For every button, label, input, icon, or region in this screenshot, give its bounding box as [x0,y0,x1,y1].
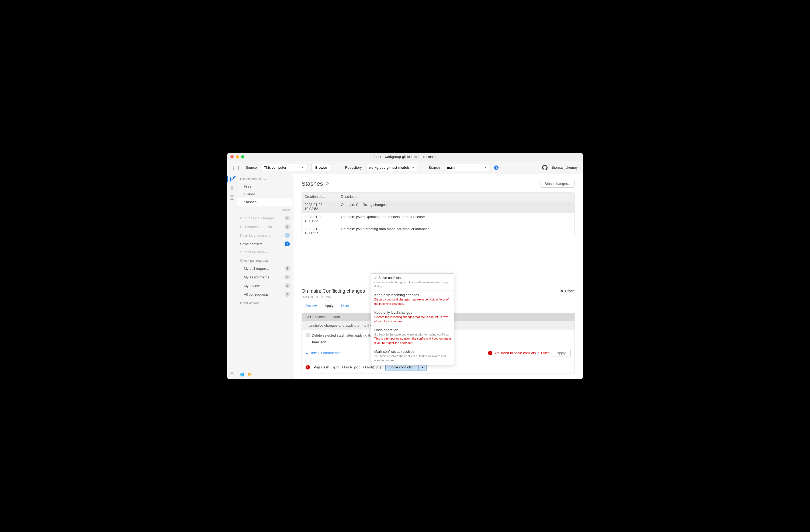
sidebar-item-submit[interactable]: Submit for review [237,248,293,256]
refresh-icon[interactable]: ⟳ [326,181,329,186]
sidebar-item-my-reviews[interactable]: My reviews0 [237,281,293,290]
check-icon: ✓ [374,276,377,280]
username[interactable]: thomas-jakemeyn [552,165,580,170]
braces-icon[interactable]: { } [230,165,241,170]
close-window-icon[interactable] [230,155,233,159]
browse-button[interactable]: Browse [311,164,331,171]
table-row[interactable]: 2023-01-20 12:01:22 On main: [WIP] Updat… [302,213,574,225]
svg-rect-2 [230,196,231,197]
table-header: Creation date Description [302,193,574,200]
sidebar-item-stashes[interactable]: Stashes [237,198,293,206]
info-icon[interactable]: i [494,165,499,170]
chevron-down-icon: ⌄ [306,351,309,355]
menu-item-mark-resolved[interactable]: Mark conflicts as resolved You have reso… [371,348,454,365]
error-icon: ! [306,365,310,370]
titlebar: beer - workgroup-git-test-models : main [227,153,583,161]
sidebar-item-pull[interactable]: Pull remote commits0 [237,222,293,231]
chevron-down-icon: ▼ [484,166,487,169]
sidebar-item-files[interactable]: Files [237,182,293,190]
branch-label: Branch [429,165,440,170]
menu-item-keep-local[interactable]: Keep only local changes Discard the inco… [371,308,454,326]
window-title: beer - workgroup-git-test-models : main [375,155,436,159]
source-label: Source [246,165,257,170]
col-description: Description [338,193,566,200]
github-icon[interactable] [542,165,548,170]
chevron-down-icon: ▼ [301,166,304,169]
menu-item-undo[interactable]: Undo operation Go back to the state you … [371,326,454,348]
error-icon: ! [488,351,492,355]
branch-rail-icon[interactable] [229,177,235,182]
hide-git-toggle[interactable]: ⌄Hide Git commands [306,351,340,355]
svg-point-6 [231,372,233,374]
globe-icon[interactable]: 🌐 [240,372,244,376]
chevron-down-icon: ▼ [412,166,415,169]
conflict-warning: You need to solve conflicts in 1 files [495,351,550,355]
checkbox-icon[interactable]: ✓ [306,333,310,337]
stashes-table: Creation date Description 2023-01-23 10:… [302,192,575,237]
folder-icon[interactable]: 📂 [248,372,252,376]
repository-select[interactable]: workgroup-git-test-models▼ [366,164,417,171]
sidebar-item-push[interactable]: Push local commits [237,231,293,240]
main-content: Stashes⟳ Stash changes... Creation date … [293,174,583,379]
solve-conflicts-menu: ✓Solve conflicts... Choose which changes… [371,273,454,365]
apply-panel: APPLY selected stash iUnshelve changes a… [302,312,575,374]
page-title: Stashes⟳ [302,180,329,187]
svg-rect-1 [232,187,234,190]
tab-drop[interactable]: Drop [337,303,353,309]
menu-item-solve[interactable]: ✓Solve conflicts... Choose which changes… [371,274,454,291]
sidebar: Explore repository Files History Stashes… [237,174,293,379]
sidebar-bottom-icons: 🌐 📂 [237,370,293,379]
sidebar-item-my-assignments[interactable]: My assignments0 [237,273,293,281]
table-row[interactable]: 2023-01-23 10:02:52 On main: Conflicting… [302,200,574,213]
row-actions-icon[interactable]: ⋯ [566,225,574,237]
col-creation-date: Creation date [302,193,338,200]
sidebar-item-history[interactable]: History [237,190,293,198]
panel-footer: ! Pop stash git stash pop stash@{0} Solv… [302,360,574,373]
sidebar-section-check: Check pull requests [237,256,293,264]
app-window: beer - workgroup-git-test-models : main … [227,153,583,379]
sidebar-section-explore: Explore repository [237,174,293,182]
close-button[interactable]: ✕Close [560,288,575,293]
row-actions-icon[interactable]: ⋯ [566,213,574,225]
activity-rail [227,174,237,379]
stash-changes-button[interactable]: Stash changes... [540,180,575,188]
apply-button[interactable]: Apply [552,349,571,357]
compare-rail-icon[interactable] [229,186,235,191]
row-actions-icon[interactable]: ⋯ [566,201,574,213]
sidebar-item-commit[interactable]: Commit local changes0 [237,214,293,222]
toolbar: { } Source This computer▼ Browse Reposit… [227,161,583,174]
repository-label: Repository [345,165,362,170]
svg-rect-5 [232,198,234,199]
svg-rect-3 [232,196,234,197]
sidebar-item-tags: TagsSOON [237,206,293,214]
settings-rail-icon[interactable] [229,371,235,376]
menu-item-keep-incoming[interactable]: Keep only incoming changes Discard your … [371,291,454,308]
table-row[interactable]: 2023-01-20 12:00:27 On main: [WIP] creat… [302,225,574,237]
svg-rect-4 [230,198,231,199]
source-select[interactable]: This computer▼ [261,164,307,171]
sidebar-item-all-pr[interactable]: All pull requests3 [237,290,293,299]
minimize-window-icon[interactable] [236,155,239,159]
branch-select[interactable]: main▼ [444,164,490,171]
sidebar-item-solve[interactable]: Solve conflicts1 [237,240,293,248]
svg-rect-0 [230,187,232,190]
maximize-window-icon[interactable] [241,155,244,159]
sidebar-section-other[interactable]: Other actions [237,299,293,307]
sidebar-item-my-pr[interactable]: My pull requests2 [237,264,293,273]
pop-stash-label: Pop stash [314,365,329,369]
window-controls [230,155,244,159]
tab-apply[interactable]: Apply [321,303,338,309]
git-command: git stash pop stash@{0} [333,365,382,369]
apps-rail-icon[interactable] [229,195,235,200]
tab-review[interactable]: Review [302,303,321,309]
